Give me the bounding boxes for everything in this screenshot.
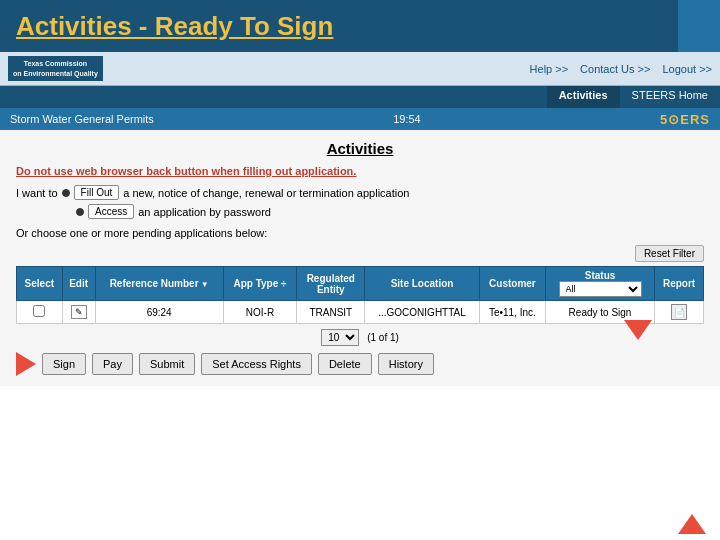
action1-suffix: a new, notice of change, renewal or term… xyxy=(123,187,409,199)
bottom-buttons: Sign Pay Submit Set Access Rights Delete… xyxy=(16,352,704,376)
nav-steers-home[interactable]: STEERS Home xyxy=(620,86,720,108)
access-button[interactable]: Access xyxy=(88,204,134,219)
report-icon[interactable]: 📄 xyxy=(671,304,687,320)
title-accent xyxy=(678,0,720,52)
col-reference[interactable]: Reference Number xyxy=(95,267,223,301)
cell-reference: 69:24 xyxy=(95,301,223,324)
arrow-right-icon xyxy=(16,352,36,376)
warning-text: Do not use web browser back button when … xyxy=(16,165,704,177)
set-access-rights-button[interactable]: Set Access Rights xyxy=(201,353,312,375)
tceq-logo-box: Texas Commission on Environmental Qualit… xyxy=(8,56,103,80)
pay-button[interactable]: Pay xyxy=(92,353,133,375)
row-checkbox[interactable] xyxy=(33,305,45,317)
col-site: Site Location xyxy=(365,267,480,301)
sign-button[interactable]: Sign xyxy=(42,353,86,375)
applications-table: Select Edit Reference Number App Type ÷ … xyxy=(16,266,704,324)
action1-prefix: I want to xyxy=(16,187,58,199)
secondary-nav: Activities STEERS Home xyxy=(0,86,720,108)
delete-button[interactable]: Delete xyxy=(318,353,372,375)
col-select: Select xyxy=(17,267,63,301)
col-customer: Customer xyxy=(479,267,545,301)
fill-out-button[interactable]: Fill Out xyxy=(74,185,120,200)
cell-select[interactable] xyxy=(17,301,63,324)
main-content: Activities Do not use web browser back b… xyxy=(0,130,720,386)
up-arrow-icon xyxy=(678,514,706,534)
col-entity: RegulatedEntity xyxy=(297,267,365,301)
edit-icon[interactable]: ✎ xyxy=(71,305,87,319)
col-status: Status All Ready to Sign In Progress Sub… xyxy=(546,267,655,301)
cell-edit[interactable]: ✎ xyxy=(62,301,95,324)
steers-logo: 5⊙ERS xyxy=(660,112,710,127)
logout-link[interactable]: Logout >> xyxy=(662,63,712,75)
pending-label: Or choose one or more pending applicatio… xyxy=(16,227,704,239)
top-nav: Texas Commission on Environmental Qualit… xyxy=(0,52,720,86)
action-row-2: Access an application by password xyxy=(76,204,704,219)
activities-heading: Activities xyxy=(16,140,704,157)
contact-link[interactable]: Contact Us >> xyxy=(580,63,650,75)
page-title: Activities - Ready To Sign xyxy=(16,11,333,42)
filter-row: Reset Filter xyxy=(16,245,704,262)
action2-suffix: an application by password xyxy=(138,206,271,218)
status-filter-select[interactable]: All Ready to Sign In Progress Submitted xyxy=(559,281,642,297)
nav-activities[interactable]: Activities xyxy=(547,86,620,108)
submit-button[interactable]: Submit xyxy=(139,353,195,375)
cell-report[interactable]: 📄 xyxy=(655,301,704,324)
cell-apptype: NOI-R xyxy=(223,301,297,324)
tceq-logo: Texas Commission on Environmental Qualit… xyxy=(8,56,103,80)
down-arrow-icon xyxy=(624,320,652,340)
page-info: (1 of 1) xyxy=(367,332,399,343)
radio-access xyxy=(76,208,84,216)
table-row: ✎ 69:24 NOI-R TRANSIT ...GOCONIGHTTAL Te… xyxy=(17,301,704,324)
timestamp: 19:54 xyxy=(393,113,421,125)
action-row-1: I want to Fill Out a new, notice of chan… xyxy=(16,185,704,200)
pagination-row: 10 25 50 (1 of 1) xyxy=(16,329,704,346)
reset-filter-button[interactable]: Reset Filter xyxy=(635,245,704,262)
col-apptype[interactable]: App Type ÷ xyxy=(223,267,297,301)
section-header: Storm Water General Permits 19:54 5⊙ERS xyxy=(0,108,720,130)
help-link[interactable]: Help >> xyxy=(530,63,569,75)
radio-fillout xyxy=(62,189,70,197)
title-bar: Activities - Ready To Sign xyxy=(0,0,720,52)
history-button[interactable]: History xyxy=(378,353,434,375)
cell-customer: Te•11, Inc. xyxy=(479,301,545,324)
col-edit: Edit xyxy=(62,267,95,301)
cell-site: ...GOCONIGHTTAL xyxy=(365,301,480,324)
section-title: Storm Water General Permits xyxy=(10,113,154,125)
col-report: Report xyxy=(655,267,704,301)
nav-links: Help >> Contact Us >> Logout >> xyxy=(530,63,712,75)
cell-entity: TRANSIT xyxy=(297,301,365,324)
per-page-select[interactable]: 10 25 50 xyxy=(321,329,359,346)
